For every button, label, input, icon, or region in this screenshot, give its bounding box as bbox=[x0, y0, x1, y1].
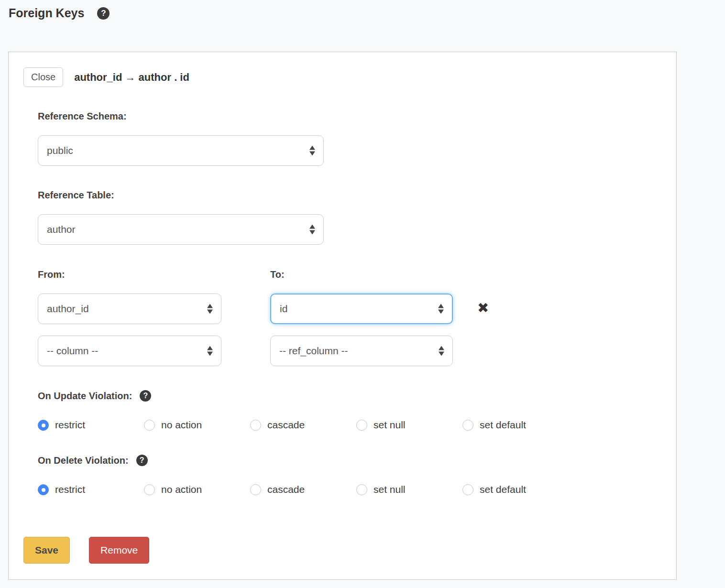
on-update-cascade-radio[interactable]: cascade bbox=[250, 419, 356, 431]
select-caret-icon bbox=[439, 346, 444, 356]
from-column-value: author_id bbox=[47, 303, 89, 315]
on-update-violation-label: On Update Violation: bbox=[38, 390, 132, 402]
on-update-restrict-radio[interactable]: restrict bbox=[38, 419, 144, 431]
page-title: Foreign Keys bbox=[9, 6, 84, 20]
radio-circle-icon bbox=[356, 420, 367, 431]
radio-circle-icon bbox=[38, 420, 49, 431]
on-update-no-action-radio[interactable]: no action bbox=[144, 419, 250, 431]
select-caret-icon bbox=[309, 225, 315, 235]
radio-circle-icon bbox=[144, 484, 155, 495]
radio-circle-icon bbox=[462, 420, 473, 431]
help-icon[interactable] bbox=[140, 390, 151, 402]
radio-circle-icon bbox=[356, 484, 367, 495]
from-column: From: author_id -- column -- bbox=[38, 268, 270, 366]
from-column-select[interactable]: author_id bbox=[38, 294, 221, 324]
radio-circle-icon bbox=[144, 420, 155, 431]
panel-header: Close author_id → author . id bbox=[23, 67, 661, 87]
on-delete-set-null-radio[interactable]: set null bbox=[356, 484, 462, 495]
foreign-key-form: Reference Schema: public Reference Table… bbox=[38, 110, 661, 495]
from-column-placeholder: -- column -- bbox=[47, 345, 98, 357]
on-delete-violation-label: On Delete Violation: bbox=[38, 454, 129, 467]
select-caret-icon bbox=[438, 304, 444, 314]
to-column-select[interactable]: id bbox=[270, 294, 453, 324]
radio-circle-icon bbox=[462, 484, 473, 495]
select-caret-icon bbox=[207, 304, 213, 314]
remove-button[interactable]: Remove bbox=[89, 537, 149, 564]
page-header: Foreign Keys bbox=[9, 6, 110, 20]
select-caret-icon bbox=[309, 146, 315, 156]
reference-table-select[interactable]: author bbox=[38, 214, 324, 245]
action-buttons-row: Save Remove bbox=[23, 537, 661, 564]
to-column-placeholder: -- ref_column -- bbox=[279, 345, 348, 357]
on-delete-violation-header: On Delete Violation: bbox=[38, 454, 661, 467]
to-column-value: id bbox=[280, 303, 287, 315]
on-delete-set-default-radio[interactable]: set default bbox=[462, 484, 526, 495]
on-delete-no-action-radio[interactable]: no action bbox=[144, 484, 250, 495]
reference-schema-label: Reference Schema: bbox=[38, 110, 661, 122]
reference-schema-value: public bbox=[47, 145, 73, 156]
reference-table-value: author bbox=[47, 224, 76, 235]
help-icon[interactable] bbox=[136, 455, 148, 466]
reference-table-label: Reference Table: bbox=[38, 189, 661, 201]
from-label: From: bbox=[38, 268, 270, 281]
reference-schema-select[interactable]: public bbox=[38, 135, 324, 166]
close-button[interactable]: Close bbox=[23, 67, 63, 87]
remove-mapping-icon[interactable] bbox=[477, 301, 489, 366]
on-delete-restrict-radio[interactable]: restrict bbox=[38, 484, 144, 495]
column-mapping-row: From: author_id -- column -- To: id -- r… bbox=[38, 268, 661, 366]
on-update-set-null-radio[interactable]: set null bbox=[356, 419, 462, 431]
help-icon[interactable] bbox=[97, 7, 110, 20]
foreign-key-editor-panel: Close author_id → author . id Reference … bbox=[8, 52, 677, 580]
radio-circle-icon bbox=[250, 420, 261, 431]
select-caret-icon bbox=[207, 346, 213, 356]
to-column-placeholder-select[interactable]: -- ref_column -- bbox=[270, 336, 453, 366]
to-column: To: id -- ref_column -- bbox=[270, 268, 453, 366]
on-update-radio-group: restrict no action cascade set null set … bbox=[38, 419, 661, 431]
from-column-placeholder-select[interactable]: -- column -- bbox=[38, 336, 221, 366]
radio-circle-icon bbox=[38, 484, 49, 495]
to-label: To: bbox=[270, 268, 453, 281]
on-delete-radio-group: restrict no action cascade set null set … bbox=[38, 484, 661, 495]
radio-circle-icon bbox=[250, 484, 261, 495]
on-delete-cascade-radio[interactable]: cascade bbox=[250, 484, 356, 495]
on-update-violation-header: On Update Violation: bbox=[38, 390, 661, 402]
save-button[interactable]: Save bbox=[23, 537, 70, 564]
foreign-key-title: author_id → author . id bbox=[74, 71, 189, 84]
on-update-set-default-radio[interactable]: set default bbox=[462, 419, 526, 431]
